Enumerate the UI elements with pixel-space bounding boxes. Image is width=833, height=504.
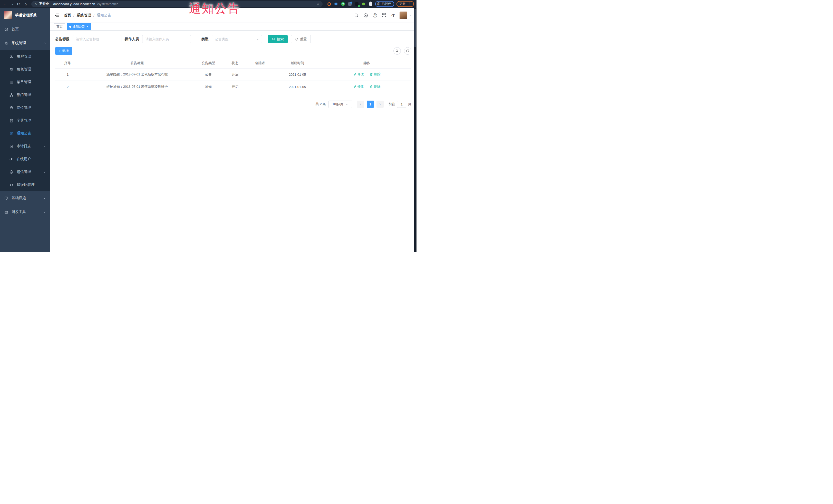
profile-paused-chip[interactable]: 😜 已暂停 — [375, 1, 394, 7]
org-tree-icon — [9, 93, 13, 97]
chevron-down-icon — [43, 211, 46, 214]
browser-home-icon[interactable]: ⌂ — [23, 0, 28, 8]
sidebar-item-dictionaries[interactable]: 字典管理 — [0, 114, 50, 127]
delete-link[interactable]: 删除 — [370, 85, 380, 89]
sidebar-item-online-users[interactable]: 在线用户 — [0, 153, 50, 166]
sidebar-item-notices[interactable]: 通知公告 — [0, 127, 50, 140]
app-logo — [4, 11, 12, 19]
extensions-row: y on — [327, 2, 373, 6]
sidebar-item-menus[interactable]: 菜单管理 — [0, 76, 50, 89]
filter-title-label: 公告标题 — [55, 37, 70, 42]
next-page-button[interactable]: › — [377, 101, 384, 108]
browser-forward-icon[interactable]: → — [9, 0, 14, 8]
extension-drop-icon[interactable] — [334, 2, 338, 6]
add-button[interactable]: + 新增 — [55, 47, 72, 55]
edit-link[interactable]: 修改 — [353, 85, 364, 89]
reset-refresh-icon — [295, 38, 299, 41]
browser-reload-icon[interactable]: ⟳ — [17, 0, 21, 8]
cell-creator — [248, 80, 272, 93]
sidebar-item-posts[interactable]: 岗位管理 — [0, 101, 50, 114]
page-1-button[interactable]: 1 — [367, 101, 374, 108]
sidebar-item-label: 通知公告 — [17, 131, 31, 136]
filter-operator-label: 操作人员 — [125, 37, 139, 42]
breadcrumb-home[interactable]: 首页 — [64, 13, 71, 18]
sidebar-item-label: 角色管理 — [17, 67, 31, 72]
toggle-search-button[interactable] — [394, 47, 401, 55]
shield-check-icon — [9, 170, 13, 174]
col-title: 公告标题 — [80, 58, 194, 68]
url-host: dashboard.yudao.iocoder.cn — [53, 2, 95, 6]
col-type: 公告类型 — [194, 58, 222, 68]
sidebar-item-system[interactable]: 系统管理 — [0, 36, 50, 50]
search-button[interactable]: 搜索 — [268, 35, 288, 43]
extension-leaf-icon[interactable] — [362, 2, 366, 6]
sidebar-item-label: 在线用户 — [17, 157, 31, 162]
sidebar-item-label: 用户管理 — [17, 54, 31, 59]
type-select-placeholder: 公告类型 — [215, 37, 229, 42]
goto-label: 前往 — [388, 102, 395, 106]
monitor-icon — [4, 196, 8, 200]
notice-title-input[interactable] — [73, 35, 121, 43]
delete-link[interactable]: 删除 — [370, 72, 380, 76]
extension-y-icon[interactable]: y — [341, 2, 345, 6]
search-button-icon — [272, 38, 276, 41]
sidebar-item-infrastructure[interactable]: 基础设施 — [0, 191, 50, 205]
notice-type-select[interactable]: 公告类型 — [212, 35, 262, 43]
sidebar-item-sms[interactable]: 短信管理 — [0, 166, 50, 178]
extensions-puzzle-icon[interactable] — [368, 2, 373, 6]
bookmark-star-icon[interactable]: ☆ — [316, 2, 320, 6]
sidebar-item-error-codes[interactable]: 错误码管理 — [0, 178, 50, 191]
sidebar-item-home[interactable]: 首页 — [0, 22, 50, 36]
sidebar-item-users[interactable]: 用户管理 — [0, 50, 50, 63]
extension-ring-icon[interactable] — [327, 2, 331, 6]
cell-status: 开启 — [222, 80, 247, 93]
page-scrollbar[interactable] — [414, 8, 416, 252]
fullscreen-icon[interactable] — [382, 13, 386, 18]
goto-page-input[interactable] — [397, 101, 406, 108]
extension-sql-icon[interactable]: on — [355, 2, 359, 6]
tag-notices[interactable]: 通知公告 × — [67, 23, 91, 30]
refresh-button[interactable] — [404, 47, 411, 55]
chevron-down-icon — [43, 171, 46, 173]
security-label[interactable]: 不安全 — [39, 2, 49, 6]
tag-home[interactable]: 首页 — [54, 23, 65, 30]
notices-table: 序号 公告标题 公告类型 状态 创建者 创建时间 操作 1 温馨提醒：2018- — [55, 58, 411, 93]
address-bar[interactable]: ⚠ 不安全 dashboard.yudao.iocoder.cn/system/… — [31, 1, 323, 7]
insecure-warning-icon[interactable]: ⚠ — [34, 2, 37, 6]
browser-update-button[interactable]: 更新 ⋮ — [397, 1, 414, 7]
tag-close-icon[interactable]: × — [87, 25, 89, 28]
font-size-icon[interactable]: тT — [391, 13, 395, 18]
edit-link[interactable]: 修改 — [353, 72, 364, 76]
chevron-up-icon — [43, 42, 46, 45]
avatar-caret-icon[interactable] — [410, 15, 412, 16]
reset-button[interactable]: 重置 — [291, 35, 311, 43]
browser-menu-icon[interactable]: ⋮ — [408, 2, 411, 6]
sidebar-item-roles[interactable]: 角色管理 — [0, 63, 50, 76]
breadcrumb-system[interactable]: 系统管理 — [77, 13, 91, 18]
sidebar-item-departments[interactable]: 部门管理 — [0, 89, 50, 101]
scrollbar-thumb[interactable] — [414, 9, 416, 47]
app-logo-row[interactable]: 芋道管理系统 — [0, 8, 50, 22]
edit-pencil-icon — [353, 85, 356, 88]
menu-tree-icon — [9, 80, 13, 84]
search-icon[interactable] — [354, 13, 358, 18]
user-avatar[interactable] — [400, 11, 407, 19]
browser-back-icon[interactable]: ← — [3, 0, 7, 8]
help-icon[interactable]: ? — [373, 13, 377, 18]
sidebar-collapse-icon[interactable] — [55, 13, 60, 18]
page-content: 公告标题 操作人员 类型 公告类型 — [50, 30, 416, 252]
sidebar-item-audit-log[interactable]: 审计日志 — [0, 140, 50, 153]
sidebar-item-dev-tools[interactable]: 研发工具 — [0, 205, 50, 219]
update-label: 更新 — [399, 2, 405, 6]
table-header-row: 序号 公告标题 公告类型 状态 创建者 创建时间 操作 — [55, 58, 411, 68]
operator-input[interactable] — [142, 35, 191, 43]
filter-type-item: 类型 公告类型 — [201, 35, 262, 43]
github-icon[interactable] — [363, 13, 368, 18]
select-chevron-icon — [346, 103, 348, 106]
sidebar-item-label: 短信管理 — [17, 170, 31, 174]
extension-grid-icon[interactable] — [348, 2, 352, 6]
prev-page-button[interactable]: ‹ — [357, 101, 364, 108]
page-unit-label: 页 — [408, 102, 411, 106]
col-no: 序号 — [55, 58, 80, 68]
page-size-select[interactable]: 10条/页 — [329, 101, 352, 108]
